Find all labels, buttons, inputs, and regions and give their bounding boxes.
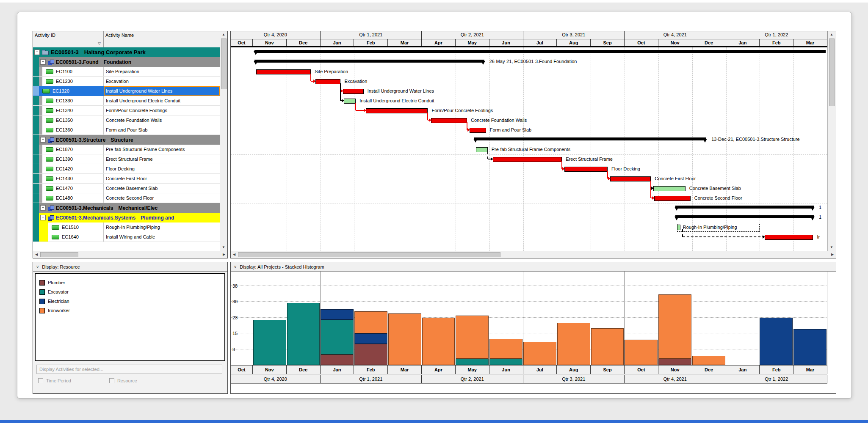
task-bar[interactable] [366, 108, 428, 113]
histogram-bar[interactable] [321, 309, 354, 365]
activity-id-cell[interactable]: EC1480 [42, 193, 104, 203]
histogram-bar[interactable] [388, 313, 421, 365]
activity-id-cell[interactable]: EC1340 [42, 106, 104, 115]
wbs-row-EC00501-3[interactable]: −EC00501-3 Haitang Corporate Park [33, 47, 220, 57]
histogram-bar[interactable] [692, 356, 725, 365]
filter-icon[interactable]: ▽ [98, 41, 101, 46]
activity-name-cell[interactable]: Excavation [104, 77, 220, 86]
histogram-bar[interactable] [658, 294, 691, 365]
histogram-bar[interactable] [422, 318, 455, 365]
task-bar[interactable] [344, 99, 356, 104]
scroll-down-icon[interactable]: ▼ [828, 244, 835, 251]
activity-id-cell[interactable]: EC1430 [42, 174, 104, 183]
table-row-EC1320[interactable]: EC1320Install Underground Water Lines [33, 86, 220, 96]
summary-bar[interactable] [254, 60, 484, 63]
table-row-EC1330[interactable]: EC1330Install Underground Electric Condu… [33, 96, 220, 106]
activity-id-cell[interactable]: EC1320 [39, 86, 104, 96]
activity-id-cell[interactable]: EC1640 [48, 232, 104, 242]
table-row-EC1100[interactable]: EC1100Site Preparation [33, 67, 220, 77]
table-row-EC1870[interactable]: EC1870Pre-fab Structural Frame Component… [33, 145, 220, 154]
histogram-panel-header[interactable]: ∨ Display: All Projects - Stacked Histog… [231, 262, 836, 272]
wbs-row-EC00501-3.Mechanicals[interactable]: −EC00501-3.Mechanicals Mechanical/Elec [33, 203, 220, 213]
summary-bar[interactable] [254, 50, 826, 53]
scroll-up-icon[interactable]: ▲ [220, 31, 227, 38]
task-bar[interactable] [654, 196, 690, 201]
activity-id-cell[interactable]: EC1360 [42, 125, 104, 135]
resource-checkbox[interactable]: Resource [109, 378, 137, 383]
collapse-icon[interactable]: − [40, 137, 46, 143]
activity-name-cell[interactable]: Concrete Basement Slab [104, 184, 220, 193]
task-bar[interactable] [493, 157, 562, 162]
histogram-bar[interactable] [793, 329, 827, 365]
gantt-hscroll-thumb[interactable] [238, 252, 500, 257]
histogram-bar[interactable] [523, 342, 556, 365]
scroll-right-icon[interactable]: ▶ [221, 251, 227, 258]
histogram-bar[interactable] [557, 323, 590, 365]
task-bar[interactable] [653, 186, 686, 191]
table-row-EC1640[interactable]: EC1640Install Wiring and Cable [33, 232, 220, 242]
checkbox-icon[interactable] [38, 378, 43, 383]
activity-name-cell[interactable]: Form/Pour Concrete Footings [104, 106, 220, 115]
chevron-down-icon[interactable]: ∨ [234, 264, 237, 269]
activity-name-cell[interactable]: Floor Decking [104, 164, 220, 173]
activity-id-cell[interactable]: EC1100 [42, 67, 104, 76]
activity-name-cell[interactable]: Concrete Foundation Walls [104, 115, 220, 125]
activity-name-cell[interactable]: Pre-fab Structural Frame Components [104, 145, 220, 154]
scroll-left-icon[interactable]: ◀ [33, 251, 40, 258]
table-hscroll-thumb[interactable] [40, 252, 78, 257]
histogram-bar[interactable] [760, 318, 793, 365]
histogram-bar[interactable] [253, 320, 286, 365]
activity-id-cell[interactable]: EC1420 [42, 164, 104, 173]
collapse-icon[interactable]: − [40, 215, 46, 220]
table-row-EC1340[interactable]: EC1340Form/Pour Concrete Footings [33, 106, 220, 115]
histogram-bar[interactable] [591, 328, 624, 365]
task-bar[interactable] [431, 118, 467, 123]
task-bar[interactable] [765, 235, 813, 240]
time-period-checkbox[interactable]: Time Period [38, 378, 71, 383]
activity-name-cell[interactable]: Install Underground Water Lines [104, 86, 220, 96]
task-bar[interactable] [256, 69, 311, 74]
gantt-vertical-scrollbar[interactable]: ▲ ▼ [827, 31, 836, 251]
scroll-right-icon[interactable]: ▶ [829, 251, 836, 258]
activity-name-cell[interactable]: Erect Structural Frame [104, 154, 220, 164]
wbs-row-EC00501-3.Structure[interactable]: −EC00501-3.Structure Structure [33, 135, 220, 145]
gantt-horizontal-scrollbar[interactable]: ◀ ▶ [231, 251, 836, 258]
collapse-icon[interactable]: − [40, 59, 46, 65]
activity-id-cell[interactable]: EC1390 [42, 154, 104, 164]
activity-name-cell[interactable]: Form and Pour Slab [104, 125, 220, 135]
summary-bar[interactable] [675, 206, 814, 209]
table-vscroll-thumb[interactable] [221, 38, 227, 89]
task-bar[interactable] [610, 176, 651, 181]
chevron-down-icon[interactable]: ∨ [36, 264, 39, 269]
histogram-bar[interactable] [287, 303, 320, 365]
scroll-left-icon[interactable]: ◀ [231, 251, 238, 258]
activity-name-cell[interactable]: Install Underground Electric Conduit [104, 96, 220, 105]
activity-id-cell[interactable]: EC1230 [42, 77, 104, 86]
table-row-EC1470[interactable]: EC1470Concrete Basement Slab [33, 184, 220, 193]
activity-name-cell[interactable]: Install Wiring and Cable [104, 232, 220, 242]
scroll-down-icon[interactable]: ▼ [220, 244, 227, 251]
histogram-bar[interactable] [456, 316, 489, 365]
histogram-bar[interactable] [625, 340, 658, 365]
table-vertical-scrollbar[interactable]: ▲ ▼ [220, 31, 227, 251]
table-row-EC1230[interactable]: EC1230Excavation [33, 77, 220, 86]
table-row-EC1360[interactable]: EC1360Form and Pour Slab [33, 125, 220, 135]
task-bar[interactable] [564, 167, 608, 172]
activity-name-cell[interactable]: Concrete First Floor [104, 174, 220, 183]
display-activities-filter[interactable]: Display Activities for selected... [36, 365, 222, 374]
activity-id-cell[interactable]: EC1470 [42, 184, 104, 193]
column-header-activity-id[interactable]: Activity ID ▽ [33, 31, 104, 47]
collapse-icon[interactable]: − [34, 49, 40, 55]
activity-id-cell[interactable]: EC1870 [42, 145, 104, 154]
table-row-EC1480[interactable]: EC1480Concrete Second Floor [33, 193, 220, 203]
histogram-bar[interactable] [354, 311, 387, 365]
activity-name-cell[interactable]: Concrete Second Floor [104, 193, 220, 203]
activity-id-cell[interactable]: EC1330 [42, 96, 104, 105]
checkbox-icon[interactable] [109, 378, 114, 383]
table-horizontal-scrollbar[interactable]: ◀ ▶ [33, 251, 227, 258]
column-header-activity-name[interactable]: Activity Name [104, 31, 220, 47]
task-bar[interactable] [470, 128, 486, 133]
summary-bar[interactable] [474, 137, 706, 140]
wbs-row-EC00501-3.Mechanicals.Systems[interactable]: −EC00501-3.Mechanicals.Systems Plumbing … [33, 213, 220, 222]
gantt-vscroll-thumb[interactable] [829, 38, 835, 106]
